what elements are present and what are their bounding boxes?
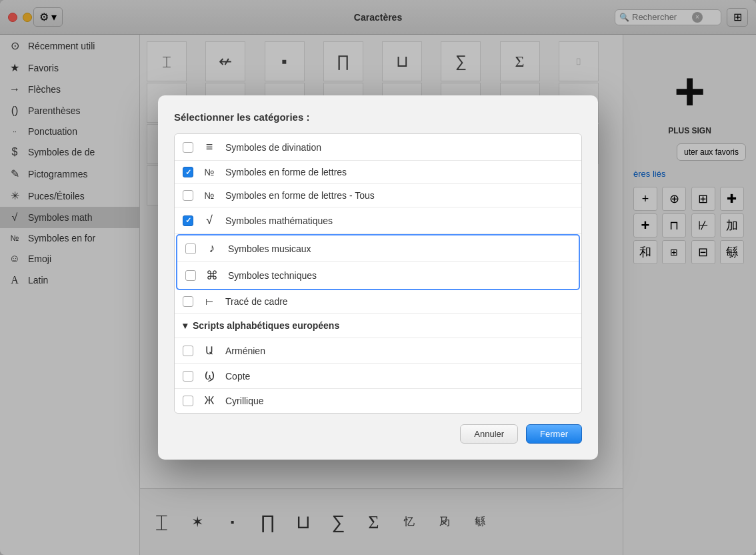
modal-footer: Annuler Fermer	[174, 424, 582, 444]
label-coptic: Copte	[225, 371, 573, 382]
coptic-icon: Ϣ	[201, 370, 217, 382]
label-letterlike: Symboles en forme de lettres	[225, 167, 573, 177]
modal-title: Sélectionner les catégories :	[174, 111, 582, 123]
label-music: Symboles musicaux	[228, 243, 571, 254]
checkbox-letterlike[interactable]	[183, 167, 193, 177]
cyrillic-icon: Ж	[201, 395, 217, 407]
category-item-coptic[interactable]: Ϣ Copte	[175, 364, 581, 389]
category-item-armenian[interactable]: Ա Arménien	[175, 338, 581, 364]
section-label: Scripts alphabétiques européens	[193, 320, 339, 331]
math-sym-icon: √	[201, 213, 217, 227]
category-item-music[interactable]: ♪ Symboles musicaux	[177, 235, 579, 262]
label-armenian: Arménien	[225, 346, 573, 356]
checkbox-music[interactable]	[185, 243, 196, 254]
section-chevron-icon: ▾	[183, 320, 187, 331]
checkbox-armenian[interactable]	[183, 346, 193, 356]
checkbox-box[interactable]	[183, 296, 193, 307]
letterlike-all-icon: №	[201, 190, 217, 201]
box-icon: ⊢	[201, 296, 217, 307]
category-item-cyrillic[interactable]: Ж Cyrillique	[175, 389, 581, 414]
category-item-divination[interactable]: ≡ Symboles de divination	[175, 134, 581, 161]
category-item-letterlike-all[interactable]: № Symboles en forme de lettres - Tous	[175, 184, 581, 207]
label-math: Symboles mathématiques	[225, 215, 573, 226]
modal-overlay: Sélectionner les catégories : ≡ Symboles…	[0, 0, 756, 555]
label-cyrillic: Cyrillique	[225, 396, 573, 406]
letterlike-icon: №	[201, 167, 217, 177]
technical-icon: ⌘	[204, 268, 220, 283]
cancel-button[interactable]: Annuler	[460, 424, 518, 444]
highlighted-group: ♪ Symboles musicaux ⌘ Symboles technique…	[176, 234, 580, 290]
category-item-math[interactable]: √ Symboles mathématiques	[175, 207, 581, 234]
modal-category-list: ≡ Symboles de divination № Symboles en f…	[174, 133, 582, 414]
checkbox-letterlike-all[interactable]	[183, 190, 193, 201]
label-technical: Symboles techniques	[228, 270, 571, 281]
label-box: Tracé de cadre	[225, 296, 573, 307]
category-item-technical[interactable]: ⌘ Symboles techniques	[177, 262, 579, 289]
music-icon: ♪	[204, 241, 220, 255]
checkbox-coptic[interactable]	[183, 371, 193, 382]
category-modal: Sélectionner les catégories : ≡ Symboles…	[158, 95, 598, 460]
armenian-icon: Ա	[201, 344, 217, 357]
label-letterlike-all: Symboles en forme de lettres - Tous	[225, 190, 573, 201]
divination-icon: ≡	[201, 140, 217, 154]
close-button[interactable]: Fermer	[526, 424, 582, 444]
section-european-scripts[interactable]: ▾ Scripts alphabétiques européens	[175, 314, 581, 338]
category-item-box[interactable]: ⊢ Tracé de cadre	[175, 290, 581, 314]
label-divination: Symboles de divination	[225, 142, 573, 153]
checkbox-math[interactable]	[183, 215, 193, 226]
checkbox-divination[interactable]	[183, 142, 193, 153]
category-item-letterlike[interactable]: № Symboles en forme de lettres	[175, 161, 581, 184]
checkbox-cyrillic[interactable]	[183, 396, 193, 406]
checkbox-technical[interactable]	[185, 270, 196, 281]
